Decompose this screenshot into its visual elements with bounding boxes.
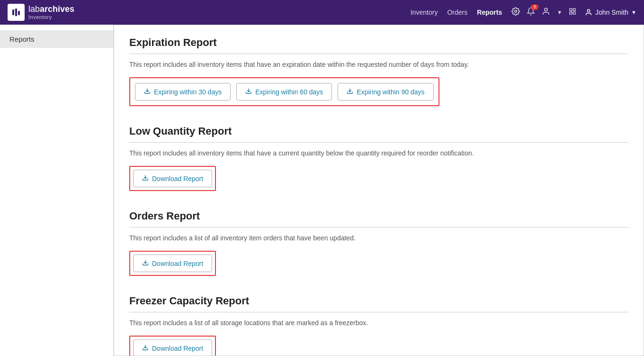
svg-rect-1 xyxy=(12,9,14,15)
user-info[interactable]: John Smith ▼ xyxy=(585,9,636,16)
brand-name: labarchives xyxy=(28,5,74,14)
user-dropdown-arrow[interactable]: ▼ xyxy=(631,9,636,15)
download-icon-60 xyxy=(245,88,252,96)
nav-reports[interactable]: Reports xyxy=(477,9,502,16)
svg-rect-8 xyxy=(570,12,572,14)
freezer-capacity-report-section: Freezer Capacity Report This report incl… xyxy=(129,295,628,356)
expiration-report-title: Expiration Report xyxy=(129,37,628,54)
expiration-report-section: Expiration Report This report includes a… xyxy=(129,37,628,110)
expiration-report-desc: This report includes all inventory items… xyxy=(129,60,628,70)
main-content: Expiration Report This report includes a… xyxy=(114,25,644,356)
freezer-download-button[interactable]: Download Report xyxy=(133,339,212,356)
orders-download-button[interactable]: Download Report xyxy=(133,255,212,272)
svg-rect-3 xyxy=(18,11,20,15)
notification-badge: 7 xyxy=(531,4,538,10)
logo-icon xyxy=(8,4,25,21)
low-quantity-download-button[interactable]: Download Report xyxy=(133,170,212,187)
orders-report-section: Orders Report This report includes a lis… xyxy=(129,210,628,280)
brand-sub: Inventory xyxy=(28,14,74,20)
header-icons: 7 ▼ John Smith ▼ xyxy=(511,7,636,18)
svg-rect-2 xyxy=(15,9,17,16)
expiring-30-button[interactable]: Expiring within 30 days xyxy=(135,83,231,100)
expiring-60-button[interactable]: Expiring within 60 days xyxy=(236,83,332,100)
orders-button-wrapper: Download Report xyxy=(129,251,216,276)
expiring-90-button[interactable]: Expiring within 90 days xyxy=(338,83,433,100)
low-quantity-report-section: Low Quantity Report This report includes… xyxy=(129,125,628,195)
main-nav: Inventory Orders Reports xyxy=(411,9,502,16)
low-quantity-report-desc: This report includes all inventory items… xyxy=(129,148,628,158)
svg-point-4 xyxy=(515,10,517,13)
svg-rect-9 xyxy=(573,12,575,14)
user-avatar-icon[interactable] xyxy=(542,7,550,18)
layout: Reports Expiration Report This report in… xyxy=(0,25,644,356)
settings-icon[interactable] xyxy=(511,7,520,18)
sidebar-item-reports[interactable]: Reports xyxy=(0,30,113,48)
low-quantity-button-wrapper: Download Report xyxy=(129,166,216,191)
orders-report-desc: This report includes a list of all inven… xyxy=(129,233,628,243)
svg-rect-7 xyxy=(573,9,575,11)
sidebar: Reports xyxy=(0,25,114,356)
header: labarchives Inventory Inventory Orders R… xyxy=(0,0,644,25)
nav-inventory[interactable]: Inventory xyxy=(411,9,438,16)
svg-rect-6 xyxy=(570,9,572,11)
logo-text: labarchives Inventory xyxy=(28,5,74,20)
logo: labarchives Inventory xyxy=(8,4,74,21)
download-icon-low-qty xyxy=(142,174,149,183)
orders-report-title: Orders Report xyxy=(129,210,628,228)
svg-point-10 xyxy=(587,9,590,12)
download-icon-orders xyxy=(142,259,149,267)
expiration-button-group: Expiring within 30 days Expiring within … xyxy=(129,77,439,106)
download-icon-30 xyxy=(144,88,151,96)
nav-orders[interactable]: Orders xyxy=(447,9,467,16)
chevron-down-icon[interactable]: ▼ xyxy=(557,9,562,15)
user-name: John Smith xyxy=(595,9,628,16)
freezer-report-title: Freezer Capacity Report xyxy=(129,295,628,312)
grid-icon[interactable] xyxy=(569,8,576,17)
freezer-button-wrapper: Download Report xyxy=(129,336,216,356)
download-icon-freezer xyxy=(142,344,149,352)
download-icon-90 xyxy=(347,88,353,96)
notification-icon[interactable]: 7 xyxy=(527,7,535,18)
svg-point-5 xyxy=(545,8,547,11)
low-quantity-report-title: Low Quantity Report xyxy=(129,125,628,143)
freezer-report-desc: This report includes a list of all stora… xyxy=(129,318,628,328)
